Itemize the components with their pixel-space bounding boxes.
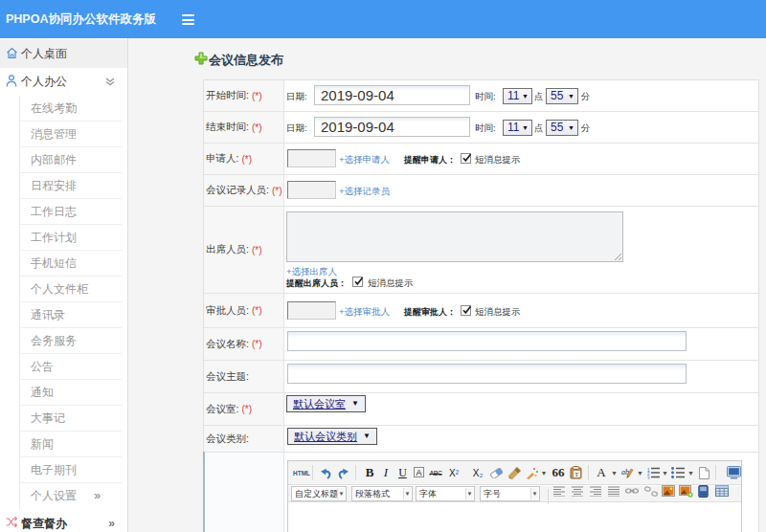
- svg-text:T: T: [574, 471, 578, 477]
- svg-text:3: 3: [647, 476, 650, 479]
